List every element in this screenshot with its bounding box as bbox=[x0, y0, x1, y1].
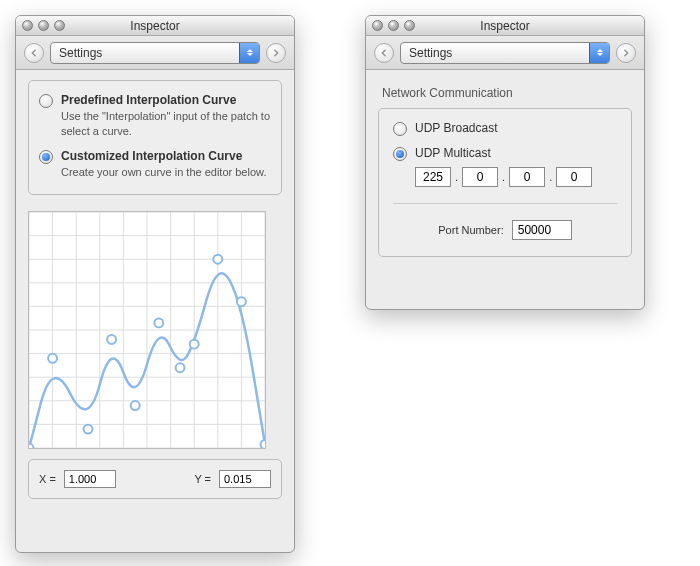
chevron-right-icon bbox=[272, 49, 280, 57]
settings-popup[interactable]: Settings bbox=[50, 42, 260, 64]
inspector-window-curve: Inspector Settings Predefined Interpolat… bbox=[15, 15, 295, 553]
titlebar[interactable]: Inspector bbox=[16, 16, 294, 36]
port-input[interactable] bbox=[512, 220, 572, 240]
radio-customized-label: Customized Interpolation Curve bbox=[61, 149, 266, 163]
svg-point-24 bbox=[84, 424, 93, 433]
ip-row: . . . bbox=[415, 167, 617, 187]
section-title: Network Communication bbox=[382, 86, 632, 100]
window-body: Predefined Interpolation Curve Use the "… bbox=[16, 70, 294, 513]
dot-label: . bbox=[549, 171, 552, 183]
radio-icon[interactable] bbox=[393, 147, 407, 161]
network-group: UDP Broadcast UDP Multicast . . . Port N… bbox=[378, 108, 632, 257]
popup-stepper-icon bbox=[239, 43, 259, 63]
y-label: Y = bbox=[194, 473, 211, 485]
svg-point-25 bbox=[107, 335, 116, 344]
dot-label: . bbox=[455, 171, 458, 183]
ip-octet-1[interactable] bbox=[415, 167, 451, 187]
minimize-icon[interactable] bbox=[388, 20, 399, 31]
nav-forward-button[interactable] bbox=[616, 43, 636, 63]
radio-icon[interactable] bbox=[393, 122, 407, 136]
nav-back-button[interactable] bbox=[24, 43, 44, 63]
toolbar: Settings bbox=[366, 36, 644, 70]
radio-icon[interactable] bbox=[39, 94, 53, 108]
traffic-lights bbox=[372, 20, 415, 31]
coord-group: X = Y = bbox=[28, 459, 282, 499]
svg-point-22 bbox=[29, 443, 33, 447]
curve-canvas[interactable] bbox=[29, 212, 265, 448]
titlebar[interactable]: Inspector bbox=[366, 16, 644, 36]
chevron-left-icon bbox=[30, 49, 38, 57]
traffic-lights bbox=[22, 20, 65, 31]
radio-predefined-desc: Use the "Interpolation" input of the pat… bbox=[61, 109, 271, 139]
minimize-icon[interactable] bbox=[38, 20, 49, 31]
radio-udp-broadcast[interactable]: UDP Broadcast bbox=[393, 121, 617, 136]
close-icon[interactable] bbox=[372, 20, 383, 31]
nav-forward-button[interactable] bbox=[266, 43, 286, 63]
popup-stepper-icon bbox=[589, 43, 609, 63]
svg-point-30 bbox=[213, 254, 222, 263]
ip-octet-2[interactable] bbox=[462, 167, 498, 187]
radio-predefined-label: Predefined Interpolation Curve bbox=[61, 93, 271, 107]
settings-popup-label: Settings bbox=[59, 46, 102, 60]
x-label: X = bbox=[39, 473, 56, 485]
svg-point-27 bbox=[154, 318, 163, 327]
ip-octet-3[interactable] bbox=[509, 167, 545, 187]
interpolation-group: Predefined Interpolation Curve Use the "… bbox=[28, 80, 282, 195]
chevron-right-icon bbox=[622, 49, 630, 57]
ip-octet-4[interactable] bbox=[556, 167, 592, 187]
radio-udp-broadcast-label: UDP Broadcast bbox=[415, 121, 497, 135]
x-input[interactable] bbox=[64, 470, 116, 488]
toolbar: Settings bbox=[16, 36, 294, 70]
divider bbox=[393, 203, 617, 204]
radio-customized-desc: Create your own curve in the editor belo… bbox=[61, 165, 266, 180]
radio-customized[interactable]: Customized Interpolation Curve Create yo… bbox=[39, 149, 271, 180]
svg-point-29 bbox=[190, 339, 199, 348]
settings-popup[interactable]: Settings bbox=[400, 42, 610, 64]
radio-icon[interactable] bbox=[39, 150, 53, 164]
port-label: Port Number: bbox=[438, 224, 503, 236]
svg-point-31 bbox=[237, 297, 246, 306]
window-body: Network Communication UDP Broadcast UDP … bbox=[366, 70, 644, 271]
settings-popup-label: Settings bbox=[409, 46, 452, 60]
radio-predefined[interactable]: Predefined Interpolation Curve Use the "… bbox=[39, 93, 271, 139]
dot-label: . bbox=[502, 171, 505, 183]
curve-editor[interactable] bbox=[28, 211, 266, 449]
svg-point-23 bbox=[48, 353, 57, 362]
chevron-left-icon bbox=[380, 49, 388, 57]
port-row: Port Number: bbox=[393, 220, 617, 240]
inspector-window-network: Inspector Settings Network Communication… bbox=[365, 15, 645, 310]
zoom-icon[interactable] bbox=[54, 20, 65, 31]
svg-point-32 bbox=[261, 440, 265, 448]
zoom-icon[interactable] bbox=[404, 20, 415, 31]
svg-point-26 bbox=[131, 401, 140, 410]
close-icon[interactable] bbox=[22, 20, 33, 31]
nav-back-button[interactable] bbox=[374, 43, 394, 63]
y-input[interactable] bbox=[219, 470, 271, 488]
radio-udp-multicast-label: UDP Multicast bbox=[415, 146, 491, 160]
svg-point-28 bbox=[176, 363, 185, 372]
radio-udp-multicast[interactable]: UDP Multicast bbox=[393, 146, 617, 161]
